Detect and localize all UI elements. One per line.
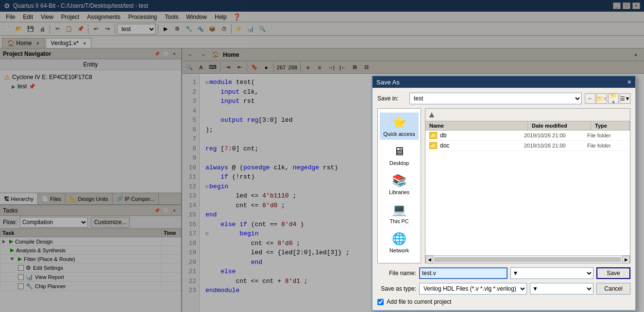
this-pc-icon: 💻 (392, 203, 407, 216)
save-in-row: Save in: test ← 📁↑ 📁+ ☰▼ (377, 93, 630, 104)
scroll-right-button[interactable]: ▶ (622, 256, 630, 263)
checkbox-row: Add file to current project (377, 298, 630, 305)
nav-up-button[interactable]: 📁↑ (596, 93, 607, 104)
save-as-type-label: Save as type: (377, 285, 416, 292)
scroll-left-button[interactable]: ◀ (425, 256, 433, 263)
file-browser: ⭐ Quick access 🖥 Desktop 📚 Libraries 💻 T… (377, 108, 630, 263)
place-quick-access[interactable]: ⭐ Quick access (380, 113, 419, 140)
place-libraries[interactable]: 📚 Libraries (380, 171, 419, 198)
file-type-doc: File folder (587, 143, 626, 148)
place-this-pc[interactable]: 💻 This PC (380, 200, 419, 227)
save-as-type-arrow[interactable]: ▼ (530, 283, 593, 295)
add-to-project-checkbox[interactable] (377, 299, 384, 305)
libraries-icon: 📚 (392, 174, 407, 187)
add-to-project-label: Add file to current project (387, 298, 451, 305)
network-icon: 🌐 (392, 232, 407, 246)
files-list: 📁 db 2019/10/26 21:00 File folder 📁 doc … (425, 131, 630, 255)
dialog-nav-toolbar: ← 📁↑ 📁+ ☰▼ (585, 93, 630, 104)
files-header: Name Date modified Type (425, 121, 630, 131)
save-as-type-row: Save as type: Verilog HDL Files (*.v *.v… (377, 283, 630, 295)
folder-icon-db: 📁 (429, 132, 437, 139)
save-in-dropdown[interactable]: test (409, 93, 582, 104)
nav-new-folder-button[interactable]: 📁+ (608, 93, 619, 104)
file-row-doc[interactable]: 📁 doc 2019/10/26 21:00 File folder (425, 141, 630, 151)
place-desktop[interactable]: 🖥 Desktop (380, 142, 419, 169)
file-name-input[interactable] (419, 267, 508, 279)
desktop-icon: 🖥 (393, 145, 405, 158)
file-date-db: 2019/10/26 21:00 (524, 132, 587, 138)
files-panel: ▲ Name Date modified Type 📁 db 2019/10/2… (425, 108, 630, 263)
view-options-button[interactable]: ☰▼ (620, 93, 630, 104)
file-name-type-dropdown[interactable]: ▼ (510, 267, 594, 279)
file-name-doc: doc (440, 142, 524, 149)
dialog-title: Save As (376, 79, 400, 86)
place-network[interactable]: 🌐 Network (380, 229, 419, 256)
places-panel: ⭐ Quick access 🖥 Desktop 📚 Libraries 💻 T… (377, 108, 421, 263)
nav-back-button[interactable]: ← (585, 93, 595, 104)
col-name[interactable]: Name (425, 121, 528, 130)
file-type-db: File folder (587, 132, 626, 138)
file-row-db[interactable]: 📁 db 2019/10/26 21:00 File folder (425, 131, 630, 141)
files-scrollbar[interactable]: ◀ ▶ (425, 255, 630, 263)
folder-icon-doc: 📁 (429, 142, 437, 149)
sort-up-icon[interactable]: ▲ (427, 110, 436, 120)
save-button[interactable]: Save (596, 267, 630, 279)
file-name-row: File name: ▼ Save (377, 267, 630, 279)
save-in-label: Save in: (377, 95, 407, 102)
file-name-label: File name: (377, 270, 416, 277)
dialog-body: Save in: test ← 📁↑ 📁+ ☰▼ ⭐ Quick access (373, 88, 635, 310)
col-date[interactable]: Date modified (528, 121, 591, 130)
file-date-doc: 2019/10/26 21:00 (524, 143, 587, 148)
dialog-close-button[interactable]: × (627, 78, 631, 86)
save-dialog: Save As × Save in: test ← 📁↑ 📁+ ☰▼ ⭐ Qui… (372, 75, 636, 311)
save-as-type-dropdown[interactable]: Verilog HDL Files (*.v *.vlg *.verilog) (419, 283, 527, 295)
quick-access-icon: ⭐ (392, 115, 407, 129)
scrollbar-thumb (434, 257, 621, 262)
files-sort-bar: ▲ (425, 109, 630, 121)
col-type[interactable]: Type (591, 121, 630, 130)
cancel-button[interactable]: Cancel (596, 283, 630, 295)
file-name-db: db (440, 132, 524, 139)
dialog-title-bar: Save As × (373, 76, 635, 88)
